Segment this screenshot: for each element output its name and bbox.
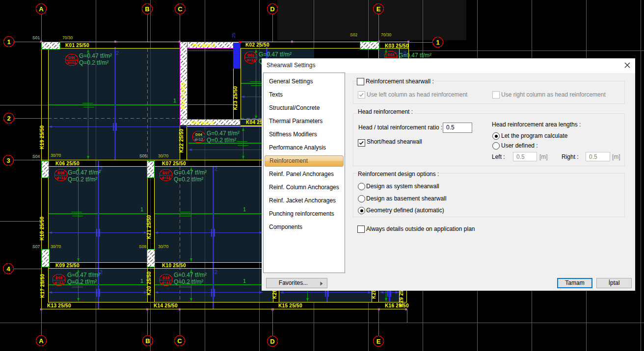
svg-text:K16 25/50: K16 25/50 — [385, 303, 409, 308]
svg-text:D09: D09 — [55, 276, 62, 280]
svg-text:D10: D10 — [162, 276, 169, 280]
svg-text:K17 25/50: K17 25/50 — [40, 274, 45, 298]
svg-text:Q=0.2 tf/m²: Q=0.2 tf/m² — [174, 176, 203, 183]
svg-text:d=12: d=12 — [67, 60, 76, 65]
svg-text:1: 1 — [243, 206, 246, 212]
svg-text:A: A — [39, 337, 44, 345]
svg-text:d=12: d=12 — [246, 58, 255, 62]
svg-text:70/30: 70/30 — [381, 32, 392, 37]
svg-text:K10 25/50: K10 25/50 — [162, 263, 186, 268]
svg-text:1: 1 — [140, 206, 143, 212]
svg-text:B: B — [145, 337, 150, 345]
svg-text:4: 4 — [6, 265, 10, 273]
svg-text:P03 310/25: P03 310/25 — [181, 82, 186, 109]
svg-text:A: A — [39, 5, 44, 13]
svg-text:Q=0.2 tf/m²: Q=0.2 tf/m² — [79, 59, 108, 66]
svg-text:G=0.47 tf/m²: G=0.47 tf/m² — [259, 51, 292, 58]
svg-text:1: 1 — [7, 38, 10, 46]
svg-text:G=0.47 tf/m²: G=0.47 tf/m² — [68, 169, 101, 176]
svg-text:S08: S08 — [139, 244, 146, 249]
svg-text:G=0.47 tf/m²: G=0.47 tf/m² — [79, 52, 112, 59]
svg-text:D03: D03 — [387, 52, 394, 57]
svg-text:70/30: 70/30 — [62, 35, 73, 40]
svg-text:C: C — [177, 337, 182, 345]
svg-text:d=12: d=12 — [195, 137, 203, 142]
svg-text:D04: D04 — [195, 132, 203, 137]
svg-text:K19 25/50: K19 25/50 — [39, 125, 45, 149]
svg-text:D01: D01 — [68, 55, 75, 60]
svg-text:25: 25 — [231, 33, 236, 38]
svg-text:K06 25/50: K06 25/50 — [55, 161, 80, 166]
svg-text:G=0.47 tf/m²: G=0.47 tf/m² — [174, 169, 207, 176]
svg-text:S05: S05 — [139, 153, 147, 158]
svg-text:S04: S04 — [32, 154, 40, 159]
svg-text:P02 25/270: P02 25/270 — [191, 120, 214, 125]
svg-text:D02: D02 — [247, 53, 254, 57]
svg-text:Q=0.2 tf/m²: Q=0.2 tf/m² — [67, 278, 97, 285]
svg-text:K07 25/50: K07 25/50 — [162, 161, 186, 166]
svg-text:Q=0.2 tf/m²: Q=0.2 tf/m² — [174, 278, 203, 285]
svg-text:1: 1 — [243, 278, 246, 284]
svg-text:1: 1 — [173, 98, 176, 103]
svg-text:K18 25/50: K18 25/50 — [39, 216, 45, 240]
svg-text:E: E — [376, 338, 381, 345]
svg-text:K09 25/50: K09 25/50 — [55, 263, 80, 268]
svg-text:Q=0.2 tf/m²: Q=0.2 tf/m² — [68, 176, 97, 183]
svg-text:S01: S01 — [32, 35, 40, 40]
svg-text:30/70: 30/70 — [158, 244, 169, 249]
svg-text:K01 25/50: K01 25/50 — [65, 43, 89, 48]
svg-text:G=0.47 tf/m²: G=0.47 tf/m² — [207, 130, 240, 137]
svg-text:1: 1 — [140, 278, 143, 284]
svg-text:B: B — [145, 5, 149, 13]
svg-text:G=0.47 tf/m²: G=0.47 tf/m² — [67, 272, 100, 278]
svg-text:D: D — [270, 5, 274, 13]
svg-text:d=12: d=12 — [54, 280, 63, 285]
svg-text:G=0.47 tf/m²: G=0.47 tf/m² — [174, 272, 207, 278]
svg-text:K22 25/50: K22 25/50 — [179, 128, 184, 152]
svg-text:D: D — [270, 338, 274, 345]
svg-text:K15 25/50: K15 25/50 — [278, 303, 302, 308]
svg-text:1: 1 — [436, 39, 439, 46]
svg-text:K03 25/50: K03 25/50 — [385, 43, 409, 49]
svg-text:D07: D07 — [162, 171, 169, 175]
svg-text:3: 3 — [6, 157, 10, 164]
svg-text:Q=0.2 tf/m²: Q=0.2 tf/m² — [207, 137, 236, 144]
svg-text:30/70: 30/70 — [158, 153, 169, 158]
svg-text:C: C — [178, 5, 183, 13]
svg-text:S07: S07 — [32, 244, 40, 249]
svg-text:D06: D06 — [57, 171, 64, 175]
svg-text:d=12: d=12 — [161, 176, 170, 180]
svg-text:K02 25/50: K02 25/50 — [245, 42, 269, 48]
svg-text:E: E — [376, 5, 381, 13]
svg-text:d=12: d=12 — [161, 280, 170, 285]
svg-text:30/70: 30/70 — [51, 153, 61, 158]
svg-text:2: 2 — [7, 115, 10, 122]
svg-text:K20 25/50: K20 25/50 — [146, 271, 152, 295]
svg-text:2: 2 — [215, 269, 217, 275]
svg-text:S02: S02 — [350, 32, 357, 37]
svg-text:K21 25/50: K21 25/50 — [146, 215, 152, 239]
svg-text:K23 25/50: K23 25/50 — [233, 86, 238, 110]
svg-text:30/70: 30/70 — [51, 244, 61, 249]
svg-text:2: 2 — [116, 50, 119, 56]
svg-text:P01 25/270: P01 25/270 — [192, 43, 215, 48]
svg-text:K14 25/50: K14 25/50 — [154, 303, 178, 308]
svg-text:K13 25/50: K13 25/50 — [47, 303, 71, 308]
svg-text:G=0.47 tf/m²: G=0.47 tf/m² — [399, 52, 431, 59]
svg-text:d=12: d=12 — [56, 176, 65, 180]
